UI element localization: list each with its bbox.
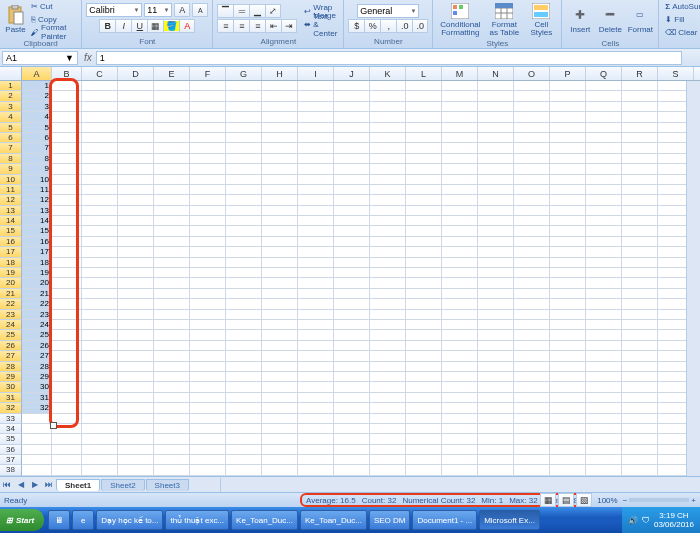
cell[interactable] [622,247,658,257]
cell[interactable] [514,393,550,403]
cell[interactable] [550,226,586,236]
cell[interactable] [622,226,658,236]
cell[interactable] [406,393,442,403]
cell[interactable] [118,393,154,403]
cell[interactable] [514,278,550,288]
cell[interactable] [154,330,190,340]
cell[interactable] [22,414,52,424]
cell[interactable] [226,195,262,205]
cell[interactable] [442,164,478,174]
column-header[interactable]: S [658,67,694,80]
cell[interactable] [262,133,298,143]
cell[interactable] [298,330,334,340]
cell[interactable] [190,195,226,205]
cell[interactable]: 28 [22,362,52,372]
cell[interactable] [82,164,118,174]
row-header[interactable]: 19 [0,268,22,278]
cell[interactable] [622,289,658,299]
cell[interactable] [622,81,658,91]
cell[interactable] [154,133,190,143]
cell[interactable] [334,289,370,299]
cell[interactable] [622,175,658,185]
cell[interactable] [298,154,334,164]
cell[interactable] [622,320,658,330]
cell[interactable] [226,206,262,216]
cell[interactable] [406,382,442,392]
cell[interactable] [550,351,586,361]
cell[interactable]: 1 [22,81,52,91]
cell[interactable] [586,226,622,236]
cell[interactable] [82,434,118,444]
cell[interactable] [334,102,370,112]
cell[interactable] [622,455,658,465]
column-header[interactable]: J [334,67,370,80]
cell[interactable] [52,289,82,299]
row-header[interactable]: 24 [0,320,22,330]
cell[interactable] [622,237,658,247]
cell[interactable] [370,175,406,185]
cell[interactable] [478,154,514,164]
cell[interactable] [442,341,478,351]
cell[interactable] [478,143,514,153]
cell[interactable] [298,206,334,216]
cell[interactable] [478,175,514,185]
cell[interactable] [154,226,190,236]
cell[interactable] [154,382,190,392]
cell[interactable] [514,102,550,112]
cell[interactable] [262,289,298,299]
row-header[interactable]: 5 [0,123,22,133]
cell[interactable]: 14 [22,216,52,226]
cell[interactable]: 15 [22,226,52,236]
cell[interactable] [334,362,370,372]
cell[interactable] [82,330,118,340]
cell[interactable] [478,102,514,112]
cell[interactable] [514,403,550,413]
cell[interactable] [262,372,298,382]
row-header[interactable]: 11 [0,185,22,195]
cell[interactable] [298,175,334,185]
cell[interactable]: 24 [22,320,52,330]
font-name-combo[interactable]: Calibri▼ [86,3,142,17]
cell[interactable] [334,455,370,465]
cell[interactable] [370,330,406,340]
cell[interactable] [22,424,52,434]
cell[interactable] [406,362,442,372]
cell[interactable] [226,455,262,465]
cell[interactable] [190,154,226,164]
cell[interactable] [622,102,658,112]
cell[interactable] [154,216,190,226]
cell[interactable] [226,299,262,309]
bold-button[interactable]: B [99,19,115,33]
number-format-combo[interactable]: General▼ [357,4,419,18]
row-header[interactable]: 3 [0,102,22,112]
conditional-formatting-button[interactable]: Conditional Formatting [437,0,483,38]
cell[interactable] [154,351,190,361]
cell[interactable] [52,393,82,403]
cell[interactable] [442,310,478,320]
cell[interactable] [442,362,478,372]
cell[interactable] [586,143,622,153]
cell[interactable] [118,226,154,236]
cell[interactable] [586,393,622,403]
cell[interactable] [298,237,334,247]
cell[interactable] [550,372,586,382]
cell[interactable] [82,278,118,288]
cell[interactable] [190,247,226,257]
cell[interactable] [154,123,190,133]
autosum-button[interactable]: ΣAutoSum [663,0,700,12]
cell[interactable] [118,143,154,153]
cell[interactable]: 7 [22,143,52,153]
cell[interactable] [226,258,262,268]
cell[interactable] [478,465,514,475]
cell[interactable] [298,289,334,299]
cell[interactable] [52,330,82,340]
cell[interactable] [442,102,478,112]
cell[interactable] [118,237,154,247]
cell[interactable] [406,455,442,465]
cell[interactable] [586,185,622,195]
cell[interactable] [586,258,622,268]
cell[interactable] [52,216,82,226]
cell[interactable] [298,351,334,361]
cell[interactable] [190,102,226,112]
cell[interactable] [154,414,190,424]
